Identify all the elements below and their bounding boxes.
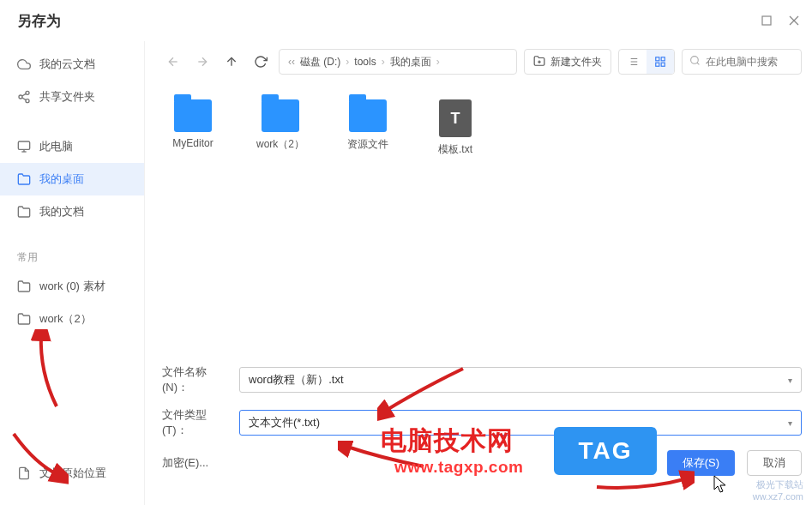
file-item-folder[interactable]: MyEditor [162, 99, 224, 149]
txt-icon: T [439, 99, 472, 137]
new-folder-button[interactable]: 新建文件夹 [524, 49, 611, 75]
folder-plus-icon [533, 55, 545, 69]
svg-rect-24 [661, 63, 665, 66]
file-item-folder[interactable]: 资源文件 [337, 99, 399, 152]
window-title: 另存为 [17, 11, 61, 31]
folder-icon [262, 99, 299, 132]
breadcrumb-part[interactable]: 磁盘 (D:) [300, 55, 340, 69]
view-grid-icon[interactable] [647, 50, 674, 74]
nav-forward-icon[interactable] [191, 51, 214, 73]
folder-icon [17, 280, 31, 293]
file-name: 资源文件 [347, 137, 388, 152]
sidebar-item-label: 我的文档 [39, 204, 84, 219]
breadcrumb-overflow-icon: ‹‹ [288, 56, 295, 68]
chevron-right-icon: › [382, 56, 385, 68]
svg-point-5 [26, 99, 29, 103]
sidebar-item-desktop[interactable]: 我的桌面 [0, 163, 144, 195]
sidebar-item-label: work (0) 素材 [39, 279, 105, 294]
svg-point-3 [26, 91, 29, 94]
file-item-txt[interactable]: T 模板.txt [424, 99, 486, 157]
toolbar: ‹‹ 磁盘 (D:) › tools › 我的桌面 › 新建文件夹 [162, 41, 802, 82]
sidebar-item-label: 文档原始位置 [39, 466, 106, 481]
search-icon [689, 55, 701, 69]
sidebar-recent-label: 常用 [0, 245, 144, 270]
filetype-select[interactable]: 文本文件(*.txt) ▾ [239, 410, 802, 436]
file-name: work（2） [256, 137, 304, 152]
save-button[interactable]: 保存(S) [667, 450, 735, 476]
sidebar-item-original-location[interactable]: 文档原始位置 [0, 457, 144, 490]
sidebar-item-label: 我的云文档 [39, 57, 95, 72]
svg-point-26 [691, 57, 699, 64]
monitor-icon [17, 140, 31, 153]
encrypt-link[interactable]: 加密(E)... [162, 455, 227, 471]
file-item-folder[interactable]: work（2） [250, 99, 311, 152]
svg-rect-8 [18, 141, 29, 149]
svg-rect-0 [762, 16, 771, 25]
cancel-button[interactable]: 取消 [747, 450, 802, 476]
sidebar-item-label: 我的桌面 [39, 171, 84, 187]
save-form: 文件名称(N)： word教程（新）.txt ▾ 文件类型(T)： 文本文件(*… [162, 354, 802, 505]
filename-label: 文件名称(N)： [162, 364, 227, 395]
share-icon [17, 90, 31, 104]
filetype-label: 文件类型(T)： [162, 407, 227, 438]
folder-icon [174, 99, 212, 132]
maximize-icon[interactable] [761, 15, 773, 27]
folder-icon [349, 99, 387, 132]
svg-rect-22 [656, 57, 659, 61]
nav-up-icon[interactable] [220, 51, 243, 73]
search-input[interactable] [706, 56, 794, 68]
file-name: MyEditor [172, 137, 213, 149]
file-grid: MyEditor work（2） 资源文件 T 模板.txt [162, 82, 802, 354]
chevron-right-icon: › [346, 56, 349, 68]
chevron-right-icon: › [436, 56, 440, 68]
title-bar: 另存为 [0, 0, 812, 41]
sidebar-item-documents[interactable]: 我的文档 [0, 195, 144, 228]
nav-back-icon[interactable] [162, 51, 184, 73]
close-icon[interactable] [788, 15, 800, 27]
breadcrumb-part[interactable]: 我的桌面 [390, 55, 431, 69]
view-toggle [618, 49, 675, 75]
chevron-down-icon[interactable]: ▾ [788, 418, 792, 428]
folder-icon [17, 205, 31, 219]
svg-rect-23 [661, 57, 665, 61]
chevron-down-icon[interactable]: ▾ [788, 376, 792, 385]
sidebar: 我的云文档 共享文件夹 此电脑 我的桌面 我的文档 常用 work (0) 素材… [0, 41, 144, 505]
refresh-icon[interactable] [250, 51, 272, 73]
svg-line-6 [22, 98, 27, 100]
svg-line-7 [22, 93, 27, 96]
folder-icon [17, 312, 31, 326]
breadcrumb-part[interactable]: tools [354, 56, 376, 68]
sidebar-item-computer[interactable]: 此电脑 [0, 130, 144, 163]
document-icon [17, 466, 31, 480]
new-folder-label: 新建文件夹 [550, 55, 602, 69]
content-area: ‹‹ 磁盘 (D:) › tools › 我的桌面 › 新建文件夹 [144, 41, 812, 505]
filename-input[interactable]: word教程（新）.txt ▾ [239, 367, 802, 393]
breadcrumb[interactable]: ‹‹ 磁盘 (D:) › tools › 我的桌面 › [279, 49, 517, 75]
sidebar-item-label: work（2） [39, 311, 92, 327]
sidebar-item-recent-1[interactable]: work（2） [0, 303, 144, 335]
file-name: 模板.txt [438, 142, 472, 157]
view-list-icon[interactable] [619, 50, 647, 74]
sidebar-item-recent-0[interactable]: work (0) 素材 [0, 270, 144, 303]
svg-point-4 [19, 95, 22, 99]
sidebar-item-label: 此电脑 [39, 139, 73, 154]
sidebar-item-cloud[interactable]: 我的云文档 [0, 48, 144, 81]
svg-line-27 [697, 63, 699, 64]
svg-rect-25 [656, 63, 659, 66]
cloud-icon [17, 57, 31, 71]
sidebar-item-shared[interactable]: 共享文件夹 [0, 81, 144, 113]
folder-icon [17, 172, 31, 186]
search-box[interactable] [682, 49, 802, 75]
sidebar-item-label: 共享文件夹 [39, 89, 95, 105]
